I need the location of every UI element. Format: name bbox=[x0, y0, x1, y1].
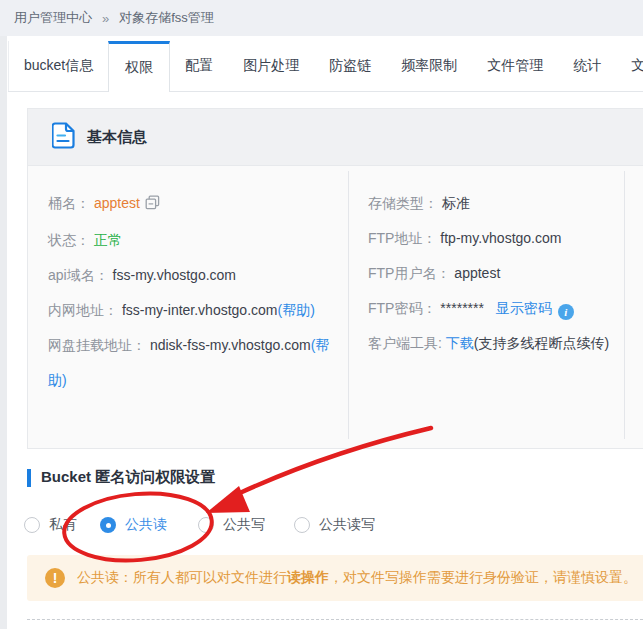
ftp-password-row: FTP密码： ******** 显示密码i bbox=[368, 291, 643, 326]
status-value: 正常 bbox=[94, 232, 122, 248]
ndisk-mount-value: ndisk-fss-my.vhostgo.com bbox=[150, 337, 311, 353]
bucket-name-label: 桶名： bbox=[48, 195, 90, 211]
copy-icon[interactable] bbox=[145, 188, 160, 223]
title-accent-bar bbox=[27, 469, 31, 487]
intranet-address-value: fss-my-inter.vhostgo.com bbox=[122, 302, 278, 318]
storage-type-value: 标准 bbox=[442, 195, 470, 211]
tab-rate-limit[interactable]: 频率限制 bbox=[386, 41, 472, 91]
basic-info-panel: 基本信息 桶名： apptest 状态： 正常 api域名： fss-my.vh… bbox=[27, 108, 643, 449]
download-link[interactable]: 下载 bbox=[446, 335, 474, 351]
api-domain-label: api域名： bbox=[48, 267, 109, 283]
client-tool-row: 客户端工具: 下载(支持多线程断点续传) bbox=[368, 326, 643, 361]
radio-public-write[interactable]: 公共写 bbox=[198, 516, 265, 534]
permission-section-title: Bucket 匿名访问权限设置 bbox=[27, 468, 215, 487]
breadcrumb-separator: » bbox=[102, 11, 109, 26]
document-icon bbox=[52, 122, 75, 153]
client-tool-note: (支持多线程断点续传) bbox=[474, 335, 609, 351]
radio-circle[interactable] bbox=[198, 517, 214, 533]
ftp-address-row: FTP地址： ftp-my.vhostgo.com bbox=[368, 221, 643, 256]
tab-config[interactable]: 配置 bbox=[170, 41, 228, 91]
radio-private[interactable]: 私有 bbox=[24, 516, 77, 534]
radio-public-read[interactable]: 公共读 bbox=[100, 516, 167, 534]
ftp-user-value: apptest bbox=[454, 265, 500, 281]
exclamation-icon: ! bbox=[45, 568, 65, 588]
radio-label: 公共写 bbox=[223, 516, 265, 534]
info-column-left: 桶名： apptest 状态： 正常 api域名： fss-my.vhostgo… bbox=[48, 186, 332, 398]
warning-text: 公共读：所有人都可以对文件进行读操作，对文件写操作需要进行身份验证，请谨慎设置。 bbox=[77, 569, 637, 587]
client-tool-label: 客户端工具: bbox=[368, 335, 442, 351]
permission-title-text: Bucket 匿名访问权限设置 bbox=[41, 468, 215, 487]
tab-image-processing[interactable]: 图片处理 bbox=[228, 41, 314, 91]
column-divider bbox=[348, 171, 349, 439]
ftp-address-value: ftp-my.vhostgo.com bbox=[440, 230, 561, 246]
basic-info-header: 基本信息 bbox=[28, 109, 643, 166]
radio-label: 私有 bbox=[49, 516, 77, 534]
info-column-right: 存储类型： 标准 FTP地址： ftp-my.vhostgo.com FTP用户… bbox=[368, 186, 643, 361]
ftp-password-label: FTP密码： bbox=[368, 300, 436, 316]
breadcrumb: 用户管理中心 » 对象存储fss管理 bbox=[0, 0, 643, 36]
object-storage-management-page: 用户管理中心 » 对象存储fss管理 bucket信息 权限 配置 图片处理 防… bbox=[0, 0, 643, 629]
tab-hotlink-protection[interactable]: 防盗链 bbox=[314, 41, 386, 91]
storage-type-label: 存储类型： bbox=[368, 195, 438, 211]
info-icon[interactable]: i bbox=[558, 304, 574, 320]
warning-banner: ! 公共读：所有人都可以对文件进行读操作，对文件写操作需要进行身份验证，请谨慎设… bbox=[27, 555, 643, 601]
tab-permissions[interactable]: 权限 bbox=[108, 41, 170, 92]
breadcrumb-root[interactable]: 用户管理中心 bbox=[14, 9, 92, 27]
ftp-user-label: FTP用户名： bbox=[368, 265, 450, 281]
tab-docs[interactable]: 文档 bbox=[616, 41, 643, 91]
status-label: 状态： bbox=[48, 232, 90, 248]
radio-circle[interactable] bbox=[24, 517, 40, 533]
api-domain-row: api域名： fss-my.vhostgo.com bbox=[48, 258, 332, 293]
radio-circle-selected[interactable] bbox=[100, 517, 116, 533]
red-arrow-head bbox=[206, 486, 250, 513]
permission-radio-group: 私有 公共读 公共写 公共读写 bbox=[0, 516, 643, 536]
storage-type-row: 存储类型： 标准 bbox=[368, 186, 643, 221]
ndisk-mount-row: 网盘挂载地址： ndisk-fss-my.vhostgo.com(帮助) bbox=[48, 328, 332, 398]
bucket-name-row: 桶名： apptest bbox=[48, 186, 332, 223]
status-row: 状态： 正常 bbox=[48, 223, 332, 258]
basic-info-title: 基本信息 bbox=[87, 128, 147, 147]
ftp-password-value: ******** bbox=[440, 300, 484, 316]
radio-label: 公共读写 bbox=[319, 516, 375, 534]
ftp-user-row: FTP用户名： apptest bbox=[368, 256, 643, 291]
tab-bucket-info[interactable]: bucket信息 bbox=[8, 41, 108, 91]
intranet-address-label: 内网地址： bbox=[48, 302, 118, 318]
api-domain-value: fss-my.vhostgo.com bbox=[113, 267, 236, 283]
ftp-address-label: FTP地址： bbox=[368, 230, 436, 246]
radio-public-read-write[interactable]: 公共读写 bbox=[294, 516, 375, 534]
tab-file-management[interactable]: 文件管理 bbox=[472, 41, 558, 91]
page-left-margin bbox=[0, 36, 7, 629]
radio-dot bbox=[106, 523, 111, 528]
dashed-divider bbox=[27, 619, 643, 620]
breadcrumb-current: 对象存储fss管理 bbox=[119, 9, 214, 27]
radio-circle[interactable] bbox=[294, 517, 310, 533]
radio-label: 公共读 bbox=[125, 516, 167, 534]
show-password-link[interactable]: 显示密码 bbox=[496, 300, 552, 316]
tab-statistics[interactable]: 统计 bbox=[558, 41, 616, 91]
intranet-help-link[interactable]: (帮助) bbox=[278, 302, 315, 318]
ndisk-mount-label: 网盘挂载地址： bbox=[48, 337, 146, 353]
intranet-address-row: 内网地址： fss-my-inter.vhostgo.com(帮助) bbox=[48, 293, 332, 328]
bucket-name-value: apptest bbox=[94, 195, 140, 211]
tab-bar: bucket信息 权限 配置 图片处理 防盗链 频率限制 文件管理 统计 文档 bbox=[8, 41, 643, 92]
